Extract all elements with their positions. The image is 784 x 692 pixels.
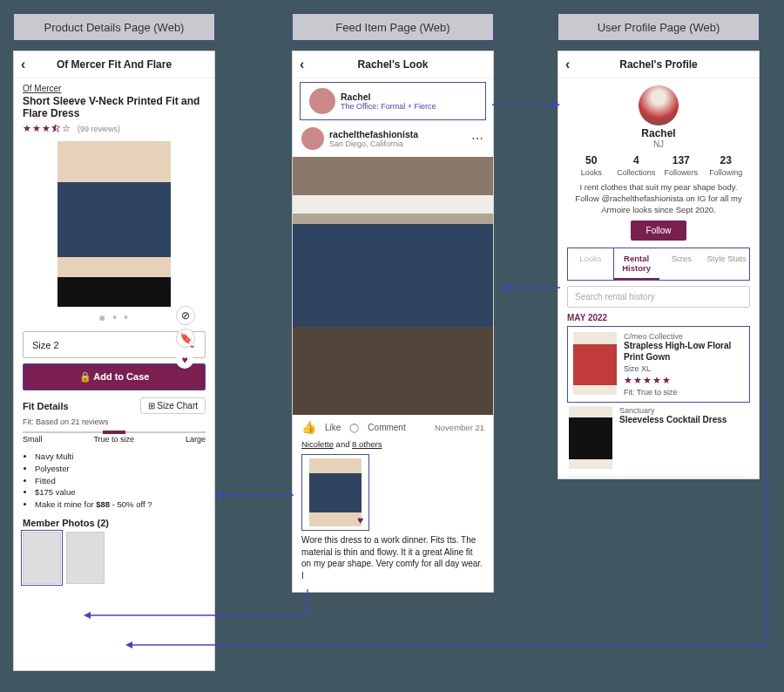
attr-item: Fitted <box>35 475 206 487</box>
more-icon[interactable]: ⋯ <box>471 132 484 146</box>
collection-author-link[interactable]: Rachel The Office: Formal + Fierce <box>300 82 486 120</box>
product-image-mini <box>309 458 362 526</box>
bookmark-icon[interactable]: 🔖 <box>176 329 195 348</box>
stat-collections[interactable]: 4Collections <box>614 154 659 177</box>
fit-details-heading: Fit Details <box>23 401 69 411</box>
brand-link[interactable]: Of Mercer <box>23 84 206 93</box>
action-icons: ⊘ 🔖 ♥ <box>176 306 195 369</box>
rental-name: Sleeveless Cocktail Dress <box>619 415 727 426</box>
attr-item-price: Make it mine for $88 - 50% off ? <box>35 499 206 511</box>
profile-screen: ‹ Rachel's Profile Rachel NJ 50Looks 4Co… <box>558 51 760 479</box>
fit-label-small: Small <box>23 435 43 444</box>
author-name: Rachel <box>341 92 436 102</box>
look-photo[interactable] <box>293 157 493 415</box>
back-icon[interactable]: ‹ <box>565 57 570 72</box>
size-chart-button[interactable]: ⊞ Size Chart <box>140 397 206 414</box>
back-icon[interactable]: ‹ <box>300 57 304 72</box>
tab-rental-history[interactable]: Rental History <box>614 248 659 280</box>
rental-stars: ★★★★★ <box>624 375 744 386</box>
tagged-product-thumbnail[interactable]: ♥ <box>301 454 369 531</box>
rental-size: Size XL <box>624 364 744 373</box>
post-actions: 👍 Like ◯ Comment November 21 <box>293 415 493 439</box>
page-title: Rachel's Look <box>358 58 429 71</box>
favorite-icon[interactable]: ♥ <box>357 514 363 526</box>
liker-name: Nicolette <box>301 439 334 449</box>
fit-meta: Fit: Based on 21 reviews <box>23 417 206 426</box>
header-bar: ‹ Of Mercer Fit And Flare <box>14 51 214 78</box>
collection-name: The Office: Formal + Fierce <box>341 102 436 111</box>
like-icon[interactable]: 👍 <box>301 420 316 434</box>
header-bar: ‹ Rachel's Profile <box>558 51 759 78</box>
column-label-profile: User Profile Page (Web) <box>558 13 760 41</box>
rental-item[interactable]: Sanctuary Sleeveless Cocktail Dress <box>567 403 750 477</box>
follow-button[interactable]: Follow <box>631 220 687 241</box>
rental-image <box>569 406 612 469</box>
post-date: November 21 <box>435 423 484 432</box>
post-author-row: rachelthefashionista San Diego, Californ… <box>293 122 493 155</box>
profile-stats: 50Looks 4Collections 137Followers 23Foll… <box>567 154 750 177</box>
product-attributes: Navy Multi Polyester Fitted $175 value M… <box>35 451 206 511</box>
profile-name: Rachel <box>567 127 750 139</box>
tab-looks[interactable]: Looks <box>567 248 614 280</box>
attr-item: Navy Multi <box>35 451 206 463</box>
back-icon[interactable]: ‹ <box>21 57 25 72</box>
member-photo-thumbnail[interactable] <box>23 532 61 584</box>
header-bar: ‹ Rachel's Look <box>293 51 493 78</box>
post-caption: Wore this dress to a work dinner. Fits t… <box>293 534 493 588</box>
attr-item: $175 value <box>35 486 206 499</box>
search-input[interactable]: Search rental history <box>567 286 750 308</box>
profile-tabs: Looks Rental History Sizes Style Stats <box>567 248 750 281</box>
rental-name: Strapless High-Low Floral Print Gown <box>624 341 744 363</box>
connector-arrow <box>215 486 295 504</box>
author-location: San Diego, California <box>329 139 418 148</box>
comment-icon[interactable]: ◯ <box>349 423 359 432</box>
rental-fit: Fit: True to size <box>624 388 744 397</box>
size-value: Size 2 <box>32 340 59 350</box>
svg-marker-5 <box>215 492 222 499</box>
author-handle[interactable]: rachelthefashionista <box>329 129 418 139</box>
month-header: MAY 2022 <box>567 313 750 322</box>
profile-avatar[interactable] <box>639 85 679 126</box>
stat-followers[interactable]: 137Followers <box>659 154 704 177</box>
favorite-icon[interactable]: ♥ <box>176 351 193 369</box>
product-image <box>57 141 171 307</box>
stat-following[interactable]: 23Following <box>704 154 749 177</box>
member-photo-thumbnail[interactable] <box>66 532 105 584</box>
rental-brand: Sanctuary <box>619 406 727 415</box>
column-label-feed: Feed Item Page (Web) <box>292 13 494 41</box>
stat-looks[interactable]: 50Looks <box>569 154 614 177</box>
feed-item-screen: ‹ Rachel's Look Rachel The Office: Forma… <box>292 51 494 593</box>
liked-by-line[interactable]: Nicolette and 8 others <box>293 439 493 452</box>
avatar[interactable] <box>301 127 324 150</box>
connector-arrow <box>501 279 562 296</box>
dislike-icon[interactable]: ⊘ <box>176 306 195 325</box>
profile-location: NJ <box>567 139 750 149</box>
page-title: Rachel's Profile <box>619 58 698 71</box>
comment-label[interactable]: Comment <box>368 423 405 432</box>
member-photo-row <box>23 532 206 584</box>
tab-sizes[interactable]: Sizes <box>659 248 705 280</box>
rental-image <box>573 332 617 395</box>
svg-marker-3 <box>501 284 508 291</box>
avatar <box>309 88 335 114</box>
star-rating: ★★★⯪☆ <box>23 123 71 133</box>
connector-arrow <box>492 96 562 113</box>
tab-style-stats[interactable]: Style Stats <box>704 248 749 280</box>
page-title: Of Mercer Fit And Flare <box>57 58 172 71</box>
like-label[interactable]: Like <box>325 423 341 432</box>
rental-item[interactable]: C/meo Collective Strapless High-Low Flor… <box>567 326 750 403</box>
fit-label-large: Large <box>186 435 206 444</box>
attr-item: Polyester <box>35 463 206 475</box>
liker-others: 8 others <box>352 439 382 449</box>
product-title: Short Sleeve V-Neck Printed Fit and Flar… <box>23 95 206 119</box>
column-label-product: Product Details Page (Web) <box>13 13 215 41</box>
fit-slider <box>23 431 206 433</box>
fit-label-true: True to size <box>93 435 134 444</box>
review-count[interactable]: (99 reviews) <box>78 125 120 133</box>
profile-bio: I rent clothes that suit my pear shape b… <box>567 182 750 215</box>
product-details-screen: ‹ Of Mercer Fit And Flare Of Mercer Shor… <box>13 51 215 671</box>
rental-brand: C/meo Collective <box>624 332 744 341</box>
member-photos-heading: Member Photos (2) <box>23 518 206 528</box>
